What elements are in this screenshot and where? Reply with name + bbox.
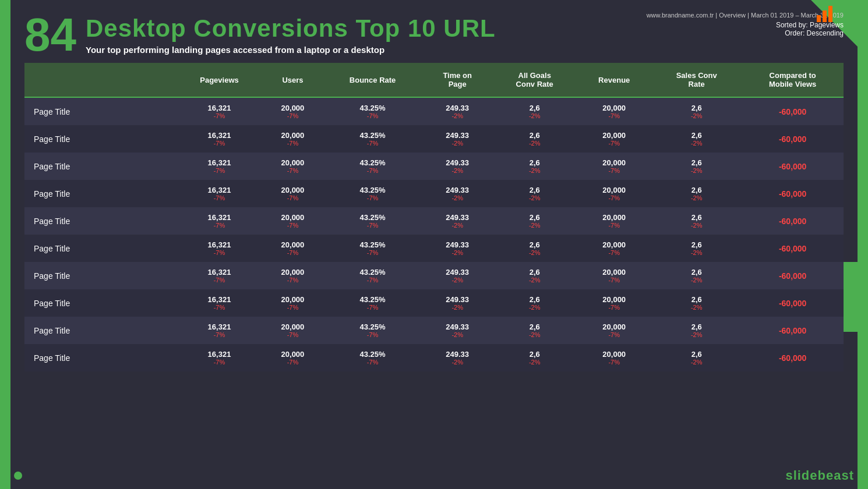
cell-compared: -60,000 [742, 125, 844, 153]
cell-page: Page Title [24, 98, 176, 125]
cell-time-on-page: 249.33 -2% [422, 262, 492, 289]
cell-all-goals: 2,6 -2% [492, 344, 577, 371]
cell-sales-conv: 2,6 -2% [651, 289, 742, 317]
cell-sales-conv: 2,6 -2% [651, 207, 742, 235]
col-header-users: Users [263, 63, 323, 98]
cell-time-on-page: 249.33 -2% [422, 235, 492, 262]
cell-pageviews: 16,321 -7% [176, 125, 263, 153]
cell-revenue: 20,000 -7% [577, 125, 651, 153]
data-table-container: Pageviews Users Bounce Rate Time onPage … [24, 63, 844, 371]
col-header-page [24, 63, 176, 98]
cell-bounce-rate: 43.25% -7% [323, 317, 422, 344]
cell-pageviews: 16,321 -7% [176, 262, 263, 289]
cell-time-on-page: 249.33 -2% [422, 207, 492, 235]
cell-all-goals: 2,6 -2% [492, 289, 577, 317]
table-row: Page Title 16,321 -7% 20,000 -7% 43.25% … [24, 289, 844, 317]
cell-all-goals: 2,6 -2% [492, 98, 577, 125]
cell-page: Page Title [24, 207, 176, 235]
cell-compared: -60,000 [742, 262, 844, 289]
table-header: Pageviews Users Bounce Rate Time onPage … [24, 63, 844, 98]
cell-revenue: 20,000 -7% [577, 153, 651, 180]
main-container: 84 Desktop Conversions Top 10 URL Your t… [0, 0, 868, 489]
col-header-revenue: Revenue [577, 63, 651, 98]
table-row: Page Title 16,321 -7% 20,000 -7% 43.25% … [24, 235, 844, 262]
cell-all-goals: 2,6 -2% [492, 262, 577, 289]
col-header-sales-conv: Sales ConvRate [651, 63, 742, 98]
cell-page: Page Title [24, 317, 176, 344]
col-header-compared: Compared toMobile Views [742, 63, 844, 98]
green-dot-icon [14, 472, 22, 480]
cell-bounce-rate: 43.25% -7% [323, 235, 422, 262]
cell-pageviews: 16,321 -7% [176, 207, 263, 235]
cell-compared: -60,000 [742, 317, 844, 344]
cell-users: 20,000 -7% [263, 344, 323, 371]
cell-revenue: 20,000 -7% [577, 207, 651, 235]
title-block: Desktop Conversions Top 10 URL Your top … [86, 15, 496, 54]
table-row: Page Title 16,321 -7% 20,000 -7% 43.25% … [24, 207, 844, 235]
cell-pageviews: 16,321 -7% [176, 317, 263, 344]
table-row: Page Title 16,321 -7% 20,000 -7% 43.25% … [24, 125, 844, 153]
cell-time-on-page: 249.33 -2% [422, 98, 492, 125]
cell-all-goals: 2,6 -2% [492, 207, 577, 235]
table-header-row: Pageviews Users Bounce Rate Time onPage … [24, 63, 844, 98]
cell-all-goals: 2,6 -2% [492, 153, 577, 180]
cell-bounce-rate: 43.25% -7% [323, 207, 422, 235]
cell-page: Page Title [24, 289, 176, 317]
cell-bounce-rate: 43.25% -7% [323, 344, 422, 371]
table-row: Page Title 16,321 -7% 20,000 -7% 43.25% … [24, 153, 844, 180]
website-info: www.brandname.com.tr | Overview | March … [647, 12, 844, 19]
data-table: Pageviews Users Bounce Rate Time onPage … [24, 63, 844, 371]
sort-info: Sorted by: Pageviews Order: Descending [776, 21, 844, 37]
cell-time-on-page: 249.33 -2% [422, 344, 492, 371]
page-header: 84 Desktop Conversions Top 10 URL Your t… [24, 12, 844, 58]
cell-bounce-rate: 43.25% -7% [323, 180, 422, 207]
table-row: Page Title 16,321 -7% 20,000 -7% 43.25% … [24, 317, 844, 344]
cell-all-goals: 2,6 -2% [492, 125, 577, 153]
cell-sales-conv: 2,6 -2% [651, 125, 742, 153]
cell-time-on-page: 249.33 -2% [422, 125, 492, 153]
cell-sales-conv: 2,6 -2% [651, 235, 742, 262]
cell-time-on-page: 249.33 -2% [422, 317, 492, 344]
cell-users: 20,000 -7% [263, 125, 323, 153]
cell-bounce-rate: 43.25% -7% [323, 289, 422, 317]
cell-bounce-rate: 43.25% -7% [323, 125, 422, 153]
cell-pageviews: 16,321 -7% [176, 153, 263, 180]
right-accent-bar [858, 0, 868, 489]
table-body: Page Title 16,321 -7% 20,000 -7% 43.25% … [24, 98, 844, 371]
cell-revenue: 20,000 -7% [577, 317, 651, 344]
cell-bounce-rate: 43.25% -7% [323, 153, 422, 180]
page-title: Desktop Conversions Top 10 URL [86, 15, 496, 42]
col-header-all-goals: All GoalsConv Rate [492, 63, 577, 98]
cell-revenue: 20,000 -7% [577, 180, 651, 207]
table-row: Page Title 16,321 -7% 20,000 -7% 43.25% … [24, 344, 844, 371]
order-label: Order: Descending [776, 29, 844, 37]
cell-sales-conv: 2,6 -2% [651, 153, 742, 180]
cell-revenue: 20,000 -7% [577, 98, 651, 125]
cell-users: 20,000 -7% [263, 289, 323, 317]
cell-sales-conv: 2,6 -2% [651, 98, 742, 125]
cell-bounce-rate: 43.25% -7% [323, 262, 422, 289]
cell-compared: -60,000 [742, 180, 844, 207]
cell-time-on-page: 249.33 -2% [422, 289, 492, 317]
sort-label: Sorted by: Pageviews [776, 21, 844, 29]
col-header-pageviews: Pageviews [176, 63, 263, 98]
cell-time-on-page: 249.33 -2% [422, 180, 492, 207]
cell-time-on-page: 249.33 -2% [422, 153, 492, 180]
col-header-bounce-rate: Bounce Rate [323, 63, 422, 98]
cell-compared: -60,000 [742, 207, 844, 235]
cell-sales-conv: 2,6 -2% [651, 180, 742, 207]
cell-page: Page Title [24, 180, 176, 207]
left-accent-bar [0, 0, 10, 489]
cell-bounce-rate: 43.25% -7% [323, 98, 422, 125]
cell-revenue: 20,000 -7% [577, 289, 651, 317]
chart-icon [817, 6, 834, 22]
cell-revenue: 20,000 -7% [577, 235, 651, 262]
header-right: www.brandname.com.tr | Overview | March … [647, 12, 844, 37]
cell-pageviews: 16,321 -7% [176, 98, 263, 125]
cell-pageviews: 16,321 -7% [176, 180, 263, 207]
cell-page: Page Title [24, 125, 176, 153]
cell-page: Page Title [24, 153, 176, 180]
cell-users: 20,000 -7% [263, 317, 323, 344]
table-row: Page Title 16,321 -7% 20,000 -7% 43.25% … [24, 262, 844, 289]
cell-sales-conv: 2,6 -2% [651, 262, 742, 289]
